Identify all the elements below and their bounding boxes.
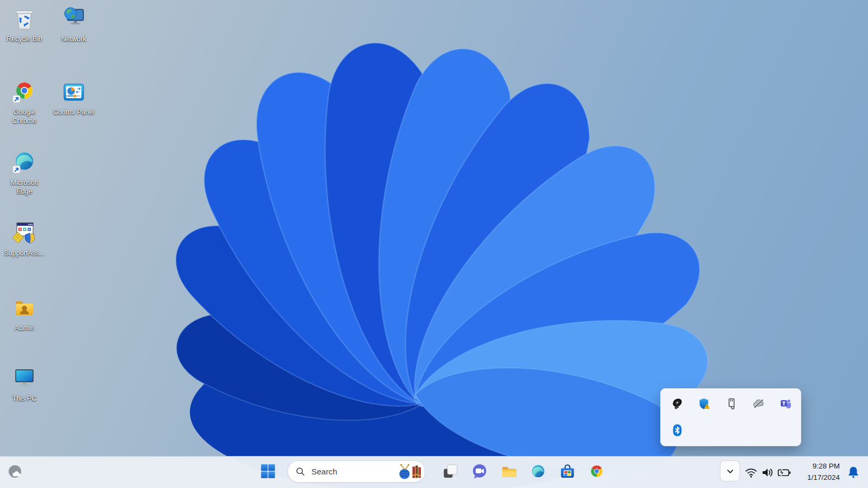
desktop-icon-network[interactable]: Network [51,5,97,43]
start-button[interactable] [257,460,279,482]
google-chrome-icon [589,463,605,479]
search-box[interactable]: Search [288,460,425,483]
this-pc-icon [11,365,37,391]
tray-microsoft-teams[interactable] [775,393,796,414]
desktop-icon-admin-folder[interactable]: Admin [2,294,47,332]
task-view-icon [442,463,458,479]
search-placeholder: Search [311,467,397,476]
chat-icon [471,463,488,479]
taskbar: Search [0,456,868,488]
microsoft-edge-button[interactable] [527,460,549,482]
usb-device-icon [725,397,738,410]
weather-cloud-icon [8,465,23,480]
microsoft-store-button[interactable] [557,460,578,482]
desktop-icon-supportassist[interactable]: SupportAss... [2,220,47,258]
taskbar-clock[interactable]: 9:28 PM 1/17/2024 [807,461,840,484]
tray-chevron-button[interactable] [720,461,739,481]
chat-button[interactable] [469,460,490,482]
desktop-icon-label: This PC [0,394,52,403]
desktop-icon-google-chrome[interactable]: Google Chrome [2,79,47,126]
onedrive-not-signed-in-icon [752,397,765,410]
tray-onedrive[interactable] [748,393,769,414]
clock-date: 1/17/2024 [807,472,840,484]
windows-security-warning-icon [698,397,711,410]
desktop-icon-this-pc[interactable]: This PC [2,365,47,403]
desktop-icon-label: Network [47,35,101,43]
system-tray-flyout [660,388,801,446]
desktop-icon-microsoft-edge[interactable]: Microsoft Edge [2,149,47,196]
recycle-bin-icon [11,5,37,31]
battery-charging-icon[interactable] [777,466,792,479]
search-highlight-art-icon [397,463,422,480]
google-chrome-icon [11,79,37,105]
microsoft-teams-icon [779,397,793,410]
chevron-down-icon [724,465,736,477]
tray-usb-device[interactable] [720,393,742,414]
desktop: Recycle Bin Network Google [0,0,868,488]
tray-audio-device[interactable] [666,393,688,414]
file-explorer-button[interactable] [498,460,520,482]
admin-folder-icon [11,294,37,320]
network-icon [61,5,87,31]
microsoft-edge-icon [530,463,546,479]
desktop-icon-label: Control Panel [47,108,101,117]
windows-start-icon [260,463,276,479]
tray-bluetooth[interactable] [666,419,688,441]
microsoft-edge-icon [11,149,37,175]
volume-icon[interactable] [761,466,774,479]
desktop-icon-label: Microsoft Edge [0,178,52,196]
desktop-icon-label: SupportAss... [0,249,52,258]
desktop-icon-label: Admin [0,324,52,332]
desktop-icon-recycle-bin[interactable]: Recycle Bin [2,5,47,43]
tray-windows-security[interactable] [693,393,715,414]
wifi-icon[interactable] [744,466,758,479]
supportassist-icon [11,220,37,246]
search-icon [295,466,306,477]
microsoft-store-icon [559,463,576,479]
desktop-icon-control-panel[interactable]: Control Panel [51,79,97,117]
notification-bell-icon[interactable] [846,465,860,479]
desktop-icon-label: Google Chrome [0,108,52,126]
audio-device-icon [671,397,684,410]
file-explorer-icon [501,463,517,479]
clock-time: 9:28 PM [807,461,840,472]
google-chrome-button[interactable] [586,460,608,482]
weather-widget-button[interactable] [7,463,25,481]
control-panel-icon [61,79,87,105]
task-view-button[interactable] [439,460,461,482]
desktop-icon-label: Recycle Bin [0,35,52,43]
bluetooth-icon [671,423,684,437]
